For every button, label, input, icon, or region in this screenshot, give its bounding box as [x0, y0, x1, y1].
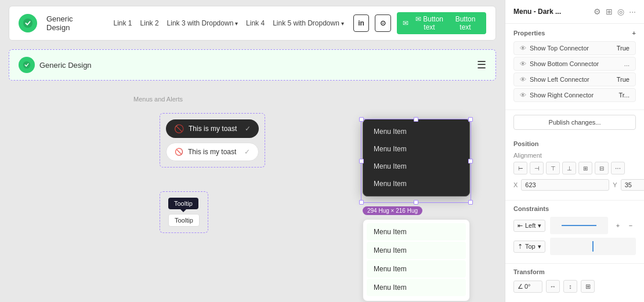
menu-light-item-3[interactable]: Menu Item [367, 260, 466, 278]
svg-point-0 [23, 19, 32, 28]
eye-icon-1: 👁 [520, 60, 526, 67]
align-left-btn[interactable]: ⊢ [513, 162, 527, 174]
constraint-h-arrow: ⇤ [518, 222, 523, 230]
constraint-h-line [562, 225, 596, 226]
eye-icon-2: 👁 [520, 76, 526, 83]
menu-dark-item-2[interactable]: Menu Item [367, 140, 466, 158]
prop-row-0[interactable]: 👁 Show Top Connector True [513, 41, 636, 55]
handle-br[interactable] [468, 200, 473, 205]
publish-button[interactable]: Publish changes... [513, 115, 636, 130]
transform-more-btn[interactable]: ⊞ [581, 280, 595, 293]
cta-button[interactable]: ✉ ✉ Button textButton text [397, 12, 486, 34]
align-row: ⊢ ⊣ ⊤ ⊥ ⊞ ⊟ ··· [513, 162, 636, 174]
constraint-h-value: Left [525, 222, 536, 229]
properties-title: Properties + [513, 30, 636, 37]
constraints-section: Constraints ⇤ Left ▾ + − ⇡ Top ▾ [505, 201, 644, 264]
transform-row: ∠ 0° ↔ ↕ ⊞ [513, 280, 636, 293]
constraint-v-chevron: ▾ [538, 243, 541, 250]
constraint-v-line [592, 241, 594, 252]
align-middle-btn[interactable]: ⊞ [578, 162, 592, 174]
toast-container: 🚫 This is my toast ✓ 🚫 This is my toast … [160, 113, 265, 168]
x-label: X [513, 181, 518, 188]
linkedin-icon-btn[interactable]: in [353, 14, 370, 32]
constraint-remove-btn[interactable]: − [625, 220, 636, 231]
prop-row-1[interactable]: 👁 Show Bottom Connector ... [513, 57, 636, 71]
transform-angle-input[interactable]: ∠ 0° [513, 281, 542, 293]
adjust-icon[interactable]: ⚙ [594, 7, 601, 16]
constraint-h-chevron: ▾ [538, 222, 541, 230]
menu-dark-item-3[interactable]: Menu Item [367, 158, 466, 175]
nav-bar-desktop: Generic Design Link 1 Link 2 Link 3 with… [9, 6, 496, 41]
prop-label-1: 👁 Show Bottom Connector [520, 60, 599, 67]
constraint-v-arrow: ⇡ [518, 243, 523, 250]
toast-check-light: ✓ [244, 148, 250, 156]
mobile-nav-logo [19, 57, 35, 73]
align-top-btn[interactable]: ⊥ [562, 162, 576, 174]
nav-link-5[interactable]: Link 5 with Dropdown [273, 19, 344, 27]
panel-header-icons: ⚙ ⊞ ◎ ··· [594, 7, 636, 16]
nav-link-1[interactable]: Link 1 [114, 19, 132, 27]
constraint-h-actions: + − [613, 220, 636, 231]
toast-dark: 🚫 This is my toast ✓ [166, 119, 259, 138]
prop-row-2[interactable]: 👁 Show Left Connector True [513, 72, 636, 86]
y-input[interactable] [621, 179, 644, 191]
toast-icon-light: 🚫 [175, 148, 183, 156]
hamburger-icon[interactable]: ☰ [477, 59, 486, 71]
x-input[interactable] [521, 179, 609, 191]
constraint-add-btn[interactable]: + [613, 220, 623, 231]
constraint-h-visual [550, 217, 608, 234]
handle-bl[interactable] [359, 200, 364, 205]
prop-label-0: 👁 Show Top Connector [520, 45, 589, 52]
constraint-v-row: ⇡ Top ▾ [513, 238, 636, 255]
align-bottom-btn[interactable]: ⊟ [595, 162, 609, 174]
menu-light-item-2[interactable]: Menu Item [367, 242, 466, 259]
nav-logo [19, 14, 37, 32]
tooltip-container: Tooltip Tooltip [160, 191, 208, 233]
align-center-h-btn[interactable]: ⊣ [530, 162, 544, 174]
threads-icon-btn[interactable]: ⊙ [375, 14, 391, 32]
flip-v-btn[interactable]: ↕ [563, 280, 577, 293]
position-section: Position Alignment ⊢ ⊣ ⊤ ⊥ ⊞ ⊟ ··· X Y 🔗 [505, 134, 644, 201]
canvas-area: Generic Design Link 1 Link 2 Link 3 with… [0, 0, 505, 302]
toast-text-light: This is my toast [188, 148, 236, 156]
add-property-icon[interactable]: + [632, 30, 636, 37]
menu-light-item-4[interactable]: Menu Item [367, 279, 466, 296]
constraints-title: Constraints [513, 205, 636, 212]
more-icon[interactable]: ··· [629, 7, 636, 16]
eye-icon-3: 👁 [520, 92, 526, 99]
position-title: Position [513, 140, 636, 147]
nav-link-3[interactable]: Link 3 with Dropdown [167, 19, 238, 27]
toast-check-dark: ✓ [245, 125, 251, 133]
tooltip-light: Tooltip [168, 214, 200, 227]
prop-label-2: 👁 Show Left Connector [520, 76, 589, 83]
target-icon[interactable]: ◎ [617, 7, 624, 16]
menu-dark-item-4[interactable]: Menu Item [367, 175, 466, 192]
panel-title: Menu - Dark ... [513, 8, 561, 16]
menu-light-dropdown: Menu Item Menu Item Menu Item Menu Item [363, 219, 470, 301]
angle-icon: ∠ [518, 283, 523, 290]
mobile-nav-brand: Generic Design [39, 61, 92, 70]
align-more-btn[interactable]: ··· [611, 162, 625, 174]
prop-value-3: Tr... [618, 92, 629, 99]
menu-dark-dropdown: Menu Item Menu Item Menu Item Menu Item [363, 119, 470, 197]
menu-dark-item-1[interactable]: Menu Item [367, 123, 466, 140]
flip-h-btn[interactable]: ↔ [546, 280, 560, 293]
angle-value: 0° [524, 283, 531, 290]
prop-row-3[interactable]: 👁 Show Right Connector Tr... [513, 88, 636, 102]
size-badge: 294 Hug × 216 Hug [363, 206, 422, 215]
toast-icon-dark: 🚫 [174, 124, 184, 133]
nav-link-2[interactable]: Link 2 [140, 19, 159, 27]
nav-link-4[interactable]: Link 4 [246, 19, 265, 27]
menu-light-item-1[interactable]: Menu Item [367, 223, 466, 241]
align-right-btn[interactable]: ⊤ [546, 162, 560, 174]
y-label: Y [613, 181, 617, 188]
prop-value-1: ... [624, 60, 629, 67]
grid-icon[interactable]: ⊞ [606, 7, 613, 16]
handle-bm[interactable] [414, 200, 418, 205]
transform-section: Transform ∠ 0° ↔ ↕ ⊞ [505, 264, 644, 297]
nav-brand: Generic Design [46, 14, 95, 32]
constraint-v-select[interactable]: ⇡ Top ▾ [513, 241, 545, 253]
constraint-h-select[interactable]: ⇤ Left ▾ [513, 220, 545, 232]
constraint-h-row: ⇤ Left ▾ + − [513, 217, 636, 234]
svg-point-1 [23, 61, 31, 69]
